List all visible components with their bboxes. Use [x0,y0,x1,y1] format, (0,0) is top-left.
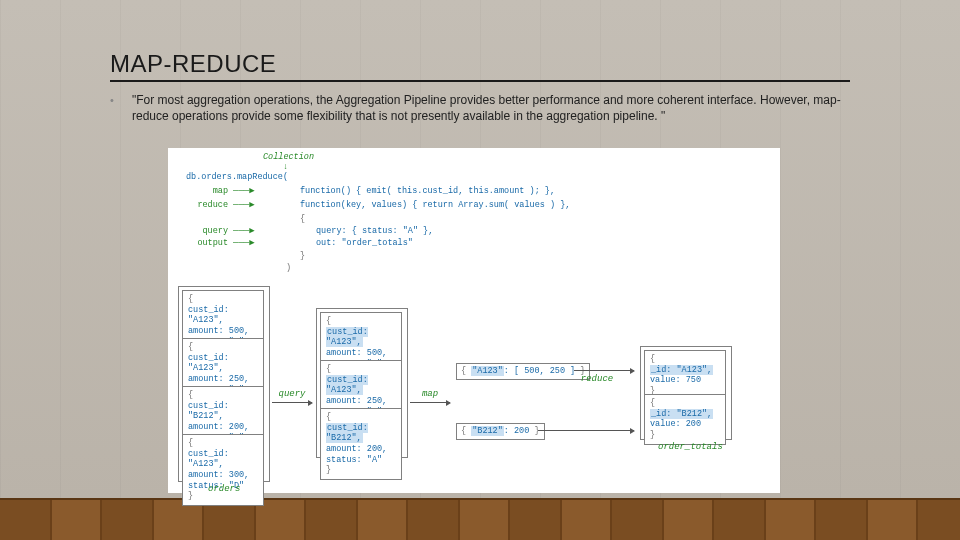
arrow-icon: ———▶ [233,226,255,237]
doc-line: value: 200 [650,419,720,430]
doc-line: amount: 300, [188,470,258,481]
code-reduce-fn: function(key, values) { return Array.sum… [300,200,570,211]
code-call: db.orders.mapReduce( [186,172,288,183]
hl-line: cust_id: "A123", [326,375,368,396]
arrow-icon: ———▶ [233,200,255,211]
hl-line: _id: "B212", [650,409,713,419]
doc-line: status: "A" [326,455,396,466]
doc-line: amount: 200, [188,422,258,433]
result-doc: { _id: "B212", value: 200 } [644,394,726,445]
hl-line: cust_id: "B212", [326,423,368,444]
slide-title: MAP-REDUCE [110,50,850,82]
hl-line: _id: "A123", [650,365,713,375]
doc-line: cust_id: "A123", [188,305,258,326]
doc-line: amount: 500, [188,326,258,337]
hl-line: cust_id: "A123", [326,327,368,348]
paren-close: ) [286,263,291,274]
stage-reduce-label: reduce [572,374,622,385]
stage-map-label: map [410,389,450,400]
slide-content: MAP-REDUCE • "For most aggregation opera… [110,50,850,124]
label-query: query [188,226,228,237]
bullet-marker: • [110,92,132,124]
label-output: output [188,238,228,249]
brace-close: } [300,251,305,262]
arrow-icon: ———▶ [233,186,255,197]
mapped-a: { "A123": [ 500, 250 ] } [456,363,590,380]
label-reduce: reduce [188,200,228,211]
doc-line: amount: 250, [326,396,396,407]
code-query: query: { status: "A" }, [316,226,433,237]
mapreduce-diagram: Collection ↓ db.orders.mapReduce( map ——… [168,148,780,493]
doc-line: cust_id: "A123", [188,449,258,470]
floor-background [0,498,960,540]
filtered-doc: { cust_id: "B212", amount: 200, status: … [320,408,402,480]
stage-query-label: query [272,389,312,400]
doc-line: amount: 250, [188,374,258,385]
code-out: out: "order_totals" [316,238,413,249]
doc-line: amount: 500, [326,348,396,359]
doc-line: cust_id: "B212", [188,401,258,422]
brace-open: { [300,214,305,225]
arrow-icon [410,402,450,403]
arrow-icon [272,402,312,403]
collection-comment: Collection [263,152,314,163]
doc-line: value: 750 [650,375,720,386]
arrow-icon: ———▶ [233,238,255,249]
arrow-icon [538,430,634,431]
arrow-icon [574,370,634,371]
orders-label: orders [208,484,240,495]
doc-line: amount: 200, [326,444,396,455]
mapped-b: { "B212": 200 } [456,423,545,440]
result-doc: { _id: "A123", value: 750 } [644,350,726,401]
bullet-item: • "For most aggregation operations, the … [110,92,850,124]
results-label: order_totals [658,442,723,453]
label-map: map [188,186,228,197]
quote-text: "For most aggregation operations, the Ag… [132,92,850,124]
code-map-fn: function() { emit( this.cust_id, this.am… [300,186,555,197]
doc-line: cust_id: "A123", [188,353,258,374]
